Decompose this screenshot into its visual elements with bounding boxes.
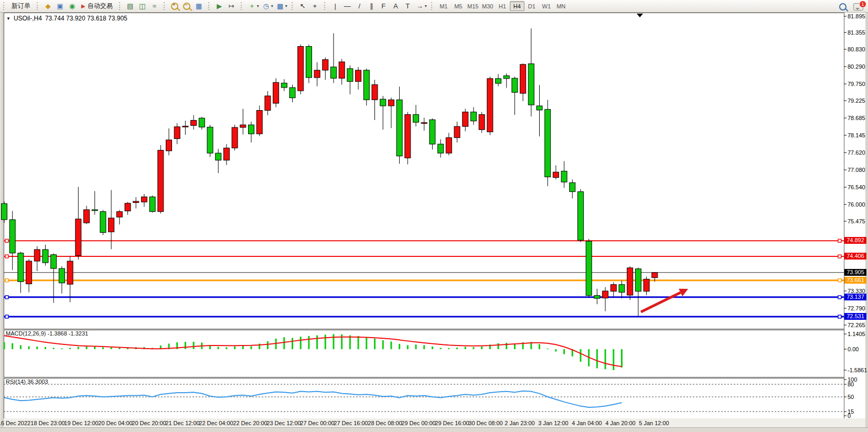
price-axis-label: 78.685 [848, 115, 865, 121]
toolbar-group-grip [119, 2, 122, 10]
dropdown-caret-icon[interactable]: ▾ [271, 4, 273, 8]
toolbar-group-grip [324, 2, 327, 10]
toolbar-group-grip [164, 2, 166, 10]
period-icon[interactable]: ◷ [261, 1, 272, 12]
tile-windows-icon[interactable]: ▦ [194, 1, 205, 12]
candlestick-chart-icon[interactable]: ◫ [137, 1, 148, 12]
rsi-panel[interactable] [4, 378, 845, 419]
new-order-button[interactable]: 新订单 [8, 1, 34, 12]
line-chart-icon[interactable]: ≈ [149, 1, 160, 12]
time-axis-label: 29 Dec 00:00 [401, 420, 435, 426]
chart-shift-icon[interactable]: ↦ [226, 1, 237, 12]
toolbar-group-grip [292, 2, 294, 10]
label-icon[interactable]: T [402, 1, 413, 12]
price-axis-label: 79.750 [848, 81, 865, 87]
toolbar-group-grip [208, 2, 211, 10]
shapes-icon[interactable]: → [414, 1, 425, 12]
trendline-icon[interactable]: / [354, 1, 365, 12]
price-axis-label: 72.790 [848, 305, 865, 311]
price-tag: 73.661 [844, 277, 866, 284]
auto-trading-button[interactable]: ▶自动交易 [78, 1, 116, 12]
timeframe-h4[interactable]: H4 [510, 1, 524, 11]
toolbar-group-grip [241, 2, 243, 10]
channel-icon[interactable]: ∥ [366, 1, 377, 12]
price-axis-label: 72.265 [848, 322, 865, 328]
price-axis-label: 80.290 [848, 63, 865, 70]
toolbar-right: 1 [839, 1, 864, 11]
timeframe-h1[interactable]: H1 [495, 1, 510, 11]
toolbar-group-grip [431, 2, 434, 10]
macd-axis-label: 1.1405 [848, 331, 865, 337]
symbol-period-label: USOil-,H4 [14, 15, 42, 22]
zoom-in-icon[interactable]: + [169, 1, 180, 12]
time-axis-label: 27 Dec 00:00 [300, 420, 334, 426]
mt4-window: 新订单◆▣◉▶自动交易▤◫≈+−▦▶↦+▾◷▾▩▾↖+|—/∥FAT→▾M1M5… [0, 0, 868, 432]
timeframe-m15[interactable]: M15 [466, 1, 480, 11]
chevron-down-icon[interactable]: ▼ [6, 16, 10, 21]
dropdown-caret-icon[interactable]: ▾ [425, 4, 427, 8]
notification-badge: 1 [859, 1, 866, 8]
timeframe-m1[interactable]: M1 [436, 1, 451, 11]
macd-values: -1.3868 -1.3231 [47, 330, 88, 337]
time-axis-label: 29 Dec 16:00 [435, 420, 469, 426]
gold-coins-icon[interactable]: ◆ [42, 1, 53, 12]
price-axis-label: 80.830 [848, 46, 865, 52]
template-icon[interactable]: ▩ [275, 1, 286, 12]
price-axis-label: 76.000 [848, 201, 865, 208]
signal-icon[interactable]: ◉ [67, 1, 78, 12]
vertical-line-icon[interactable]: | [330, 1, 341, 12]
price-axis-label: 77.620 [848, 149, 865, 156]
search-icon[interactable] [839, 2, 848, 10]
price-axis-label: 78.145 [848, 132, 865, 138]
price-axis-label: 81.895 [848, 13, 865, 19]
time-axis-label: 22 Dec 20:00 [233, 420, 267, 426]
auto-scroll-icon[interactable]: ▶ [214, 1, 225, 12]
macd-axis-label: 0.00 [848, 346, 859, 352]
fibonacci-icon[interactable]: F [378, 1, 389, 12]
window-left-edge [0, 12, 4, 432]
rsi-axis-label: 80 [848, 381, 854, 387]
price-tag: 73.137 [844, 294, 866, 300]
time-axis-label: 5 Jan 12:00 [639, 420, 669, 426]
terminal-icon[interactable]: ▣ [55, 1, 66, 12]
time-axis-label: 18 Dec 23:00 [30, 420, 65, 426]
macd-panel[interactable] [4, 330, 845, 377]
price-axis-label: 77.080 [848, 167, 865, 173]
timeframe-d1[interactable]: D1 [524, 1, 539, 11]
new-order-button-label: 新订单 [12, 2, 30, 10]
bar-chart-icon[interactable]: ▤ [125, 1, 136, 12]
time-axis-label: 28 Dec 08:00 [368, 420, 402, 426]
price-chart-panel[interactable] [4, 13, 845, 329]
time-axis-label: 23 Dec 12:00 [266, 420, 301, 426]
dropdown-caret-icon[interactable]: ▾ [257, 4, 259, 8]
time-axis-label: 16 Dec 2022 [0, 420, 30, 426]
window-bottom-edge [0, 427, 868, 432]
time-axis-label: 4 Jan 04:00 [572, 420, 602, 426]
dropdown-caret-icon[interactable]: ▾ [285, 4, 287, 8]
chat-icon[interactable]: 1 [853, 2, 864, 10]
zoom-out-icon[interactable]: − [181, 1, 192, 12]
price-axis-label: 81.355 [848, 29, 865, 36]
toolbar-group-grip [3, 2, 6, 10]
add-indicator-icon[interactable]: + [247, 1, 258, 12]
rsi-value: 36.3003 [27, 379, 48, 385]
crosshair-icon[interactable]: + [309, 1, 320, 12]
rsi-label: RSI(14) 36.3003 [6, 379, 48, 385]
time-axis-label: 20 Dec 04:00 [98, 420, 132, 426]
price-axis-label: 76.540 [848, 184, 865, 190]
time-axis-label: 19 Dec 12:00 [64, 420, 98, 426]
auto-trading-button-icon: ▶ [81, 3, 85, 9]
price-tag: 74.406 [844, 253, 866, 260]
cursor-icon[interactable]: ↖ [297, 1, 308, 12]
price-tag: 73.905 [844, 269, 866, 276]
timeframe-mn[interactable]: MN [554, 1, 569, 11]
time-axis-label: 3 Jan 12:00 [538, 420, 569, 426]
horizontal-line-icon[interactable]: — [342, 1, 353, 12]
timeframe-m30[interactable]: M30 [480, 1, 495, 11]
timeframe-w1[interactable]: W1 [539, 1, 554, 11]
time-axis-label: 2 Jan 23:00 [505, 420, 535, 426]
toolbar-group-grip [37, 2, 39, 10]
timeframe-m5[interactable]: M5 [451, 1, 466, 11]
text-icon[interactable]: A [390, 1, 401, 12]
rsi-axis-label: 0 [848, 413, 851, 419]
